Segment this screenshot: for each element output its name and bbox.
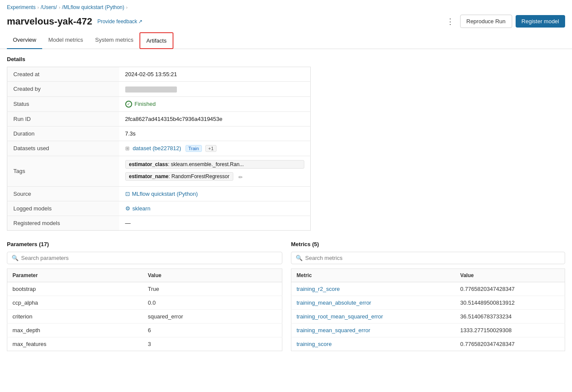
table-row: training_root_mean_squared_error 36.5140…	[291, 309, 565, 323]
param-name: max_features	[7, 337, 143, 351]
tag-edit-icon[interactable]: ✏	[238, 174, 243, 180]
metric-name[interactable]: training_root_mean_squared_error	[291, 309, 455, 323]
metrics-title: Metrics (5)	[291, 241, 565, 247]
metric-name[interactable]: training_mean_squared_error	[291, 323, 455, 337]
param-name: ccp_alpha	[7, 296, 143, 309]
detail-value-created-by	[119, 82, 311, 97]
register-model-button[interactable]: Register model	[516, 15, 565, 28]
detail-value-datasets: ⊞ dataset (be227812) Train +1	[119, 141, 311, 156]
status-finished: ✓ Finished	[125, 101, 305, 108]
tags-container: estimator_class : sklearn.ensemble._fore…	[125, 160, 305, 182]
breadcrumb-sep3: ›	[126, 5, 128, 10]
param-value: 0.0	[143, 296, 282, 309]
feedback-link[interactable]: Provide feedback ↗	[97, 19, 142, 25]
table-row: Run ID 2fca8627ad414315b4c7936a4319453e	[7, 111, 311, 126]
page-header: marvelous-yak-472 Provide feedback ↗ ⋮ R…	[0, 13, 572, 32]
tab-overview[interactable]: Overview	[7, 32, 42, 49]
table-row: max_features 3	[7, 337, 282, 351]
table-row: training_mean_absolute_error 30.51448950…	[291, 296, 565, 309]
breadcrumb-sep2: ›	[59, 5, 60, 10]
tab-artifacts[interactable]: Artifacts	[139, 32, 173, 49]
search-metrics-input[interactable]	[305, 255, 560, 261]
sklearn-icon: ⚙	[125, 205, 130, 212]
table-row: Created at 2024-02-05 13:55:21	[7, 67, 311, 82]
detail-value-source: ⊡ MLflow quickstart (Python)	[119, 186, 311, 201]
breadcrumb-experiments[interactable]: Experiments	[7, 4, 36, 10]
detail-value-run-id: 2fca8627ad414315b4c7936a4319453e	[119, 111, 311, 126]
parameters-header-row: Parameter Value	[7, 269, 282, 282]
metric-value: 0.7765820347428347	[455, 282, 565, 296]
param-value: 3	[143, 337, 282, 351]
detail-key-tags: Tags	[7, 156, 119, 186]
table-row: Source ⊡ MLflow quickstart (Python)	[7, 186, 311, 201]
bottom-section: Parameters (17) 🔍 Parameter Value boo	[7, 241, 565, 351]
parameters-title: Parameters (17)	[7, 241, 282, 247]
param-col-header: Parameter	[7, 269, 143, 282]
param-name: criterion	[7, 309, 143, 323]
parameters-search-box[interactable]: 🔍	[7, 252, 282, 264]
dataset-plus-badge[interactable]: +1	[205, 145, 217, 152]
details-section-title: Details	[7, 56, 565, 62]
detail-value-logged-models: ⚙ sklearn	[119, 201, 311, 216]
table-row: Datasets used ⊞ dataset (be227812) Train…	[7, 141, 311, 156]
breadcrumb-sep1: ›	[37, 5, 39, 10]
metrics-table: Metric Value training_r2_score 0.7765820…	[291, 269, 565, 351]
reproduce-run-button[interactable]: Reproduce Run	[460, 15, 512, 28]
param-name: max_depth	[7, 323, 143, 337]
table-row: max_depth 6	[7, 323, 282, 337]
metric-value: 30.514489500813912	[455, 296, 565, 309]
param-name: bootstrap	[7, 282, 143, 296]
detail-value-duration: 7.3s	[119, 126, 311, 141]
search-icon: 🔍	[12, 255, 19, 261]
table-row: criterion squared_error	[7, 309, 282, 323]
tab-bar: Overview Model metrics System metrics Ar…	[0, 32, 572, 49]
detail-key-run-id: Run ID	[7, 111, 119, 126]
detail-key-created-at: Created at	[7, 67, 119, 82]
tab-system-metrics[interactable]: System metrics	[89, 32, 139, 49]
table-row: Duration 7.3s	[7, 126, 311, 141]
table-row: bootstrap True	[7, 282, 282, 296]
status-check-icon: ✓	[125, 101, 132, 108]
detail-key-duration: Duration	[7, 126, 119, 141]
search-parameters-input[interactable]	[21, 255, 278, 261]
more-options-icon[interactable]: ⋮	[444, 15, 457, 28]
detail-key-status: Status	[7, 96, 119, 111]
metric-col-header: Metric	[291, 269, 455, 282]
metrics-search-box[interactable]: 🔍	[291, 252, 565, 264]
parameters-table: Parameter Value bootstrap True ccp_alpha…	[7, 269, 282, 351]
details-table: Created at 2024-02-05 13:55:21 Created b…	[7, 67, 311, 231]
tab-model-metrics[interactable]: Model metrics	[42, 32, 89, 49]
metric-name[interactable]: training_score	[291, 337, 455, 351]
value-col-header: Value	[143, 269, 282, 282]
dataset-badge: Train	[186, 145, 202, 152]
detail-value-created-at: 2024-02-05 13:55:21	[119, 67, 311, 82]
table-row: training_r2_score 0.7765820347428347	[291, 282, 565, 296]
table-row: ccp_alpha 0.0	[7, 296, 282, 309]
metric-name[interactable]: training_mean_absolute_error	[291, 296, 455, 309]
main-content: Details Created at 2024-02-05 13:55:21 C…	[0, 49, 572, 358]
param-value: 6	[143, 323, 282, 337]
table-row: Tags estimator_class : sklearn.ensemble.…	[7, 156, 311, 186]
detail-key-datasets: Datasets used	[7, 141, 119, 156]
metric-value-col-header: Value	[455, 269, 565, 282]
tag-estimator-name-row: estimator_name : RandomForestRegressor ✏	[125, 172, 305, 182]
metric-value: 1333.277150029308	[455, 323, 565, 337]
detail-key-registered-models: Registered models	[7, 216, 119, 230]
source-link[interactable]: ⊡ MLflow quickstart (Python)	[125, 191, 198, 197]
breadcrumb-notebook[interactable]: /MLflow quickstart (Python)	[62, 4, 124, 10]
detail-value-status: ✓ Finished	[119, 96, 311, 111]
table-row: training_score 0.7765820347428347	[291, 337, 565, 351]
redacted-value	[125, 86, 177, 93]
table-row: Registered models —	[7, 216, 311, 230]
dataset-link[interactable]: dataset (be227812)	[133, 145, 181, 151]
metric-value: 0.7765820347428347	[455, 337, 565, 351]
table-row: Created by	[7, 82, 311, 97]
table-row: training_mean_squared_error 1333.2771500…	[291, 323, 565, 337]
status-label: Finished	[135, 101, 156, 107]
tag-estimator-class: estimator_class : sklearn.ensemble._fore…	[125, 160, 305, 169]
detail-key-created-by: Created by	[7, 82, 119, 97]
logged-models-link[interactable]: ⚙ sklearn	[125, 205, 151, 212]
metric-name[interactable]: training_r2_score	[291, 282, 455, 296]
breadcrumb-users[interactable]: /Users/	[40, 4, 57, 10]
detail-value-tags: estimator_class : sklearn.ensemble._fore…	[119, 156, 311, 186]
